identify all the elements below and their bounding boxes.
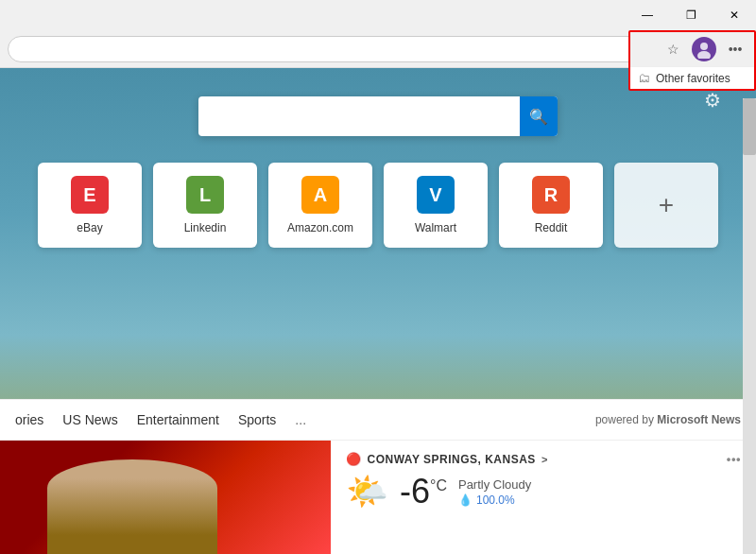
svg-point-1 [697,51,711,59]
quick-link-amazon[interactable]: A Amazon.com [268,163,372,248]
humidity-value: 100.0% [476,493,515,507]
folder-icon: 🗂 [638,71,650,85]
quick-link-linkedin[interactable]: L Linkedin [153,163,257,248]
weather-description: Partly Cloudy 💧 100.0% [458,477,531,507]
news-content-area: 🔴 CONWAY SPRINGS, KANSAS > ••• 🌤️ -6°C P… [0,441,756,554]
user-avatar[interactable] [692,37,716,61]
search-input[interactable] [210,109,520,125]
microsoft-news-label: Microsoft News [657,413,741,426]
maximize-button[interactable]: ❐ [669,0,713,30]
news-tab-us-news[interactable]: US News [62,408,117,431]
search-container: 🔍 [198,96,558,136]
add-quick-link-btn[interactable]: + [614,163,718,248]
weather-warning-icon: 🔴 [346,452,362,466]
news-tab-sports[interactable]: Sports [238,408,276,431]
favorites-highlighted-box: ☆ ••• 🗂 Other favorites [628,30,756,91]
quick-link-reddit[interactable]: R Reddit [499,163,603,248]
minimize-button[interactable]: — [626,0,669,30]
news-photo-figure [47,459,217,554]
weather-condition-text: Partly Cloudy [458,477,531,492]
news-powered-label: powered by Microsoft News [595,413,741,426]
news-article-photo[interactable] [0,441,331,554]
title-bar: — ❐ ✕ [0,0,756,30]
weather-main-info: 🌤️ -6°C Partly Cloudy 💧 100.0% [346,472,741,511]
weather-location-row: 🔴 CONWAY SPRINGS, KANSAS > ••• [346,452,741,466]
weather-location-text: CONWAY SPRINGS, KANSAS [368,453,536,466]
linkedin-label: Linkedin [184,221,227,234]
weather-humidity: 💧 100.0% [458,493,531,507]
news-tabs-bar: ories US News Entertainment Sports ... p… [0,399,756,441]
window-controls: — ❐ ✕ [626,0,756,30]
svg-point-0 [700,43,708,50]
weather-widget: 🔴 CONWAY SPRINGS, KANSAS > ••• 🌤️ -6°C P… [331,441,756,554]
ebay-icon: E [71,176,109,214]
search-button[interactable]: 🔍 [520,96,558,136]
linkedin-icon: L [186,176,224,214]
news-tab-entertainment[interactable]: Entertainment [137,408,219,431]
address-input[interactable] [18,42,674,56]
close-button[interactable]: ✕ [713,0,756,30]
reddit-icon: R [532,176,570,214]
address-bar[interactable] [8,36,684,62]
water-drop-icon: 💧 [458,493,472,507]
scrollbar[interactable] [743,98,756,554]
other-favorites-item[interactable]: 🗂 Other favorites [630,66,754,89]
quick-links: E eBay L Linkedin A Amazon.com V Walmart… [0,163,756,248]
weather-temperature: -6°C [400,472,447,511]
news-more-btn[interactable]: ... [295,412,306,427]
weather-condition-icon: 🌤️ [346,472,388,511]
favorites-top-row: ☆ ••• [630,32,754,66]
favorites-toolbar-btn[interactable]: ☆ [660,36,686,62]
scrollbar-thumb[interactable] [743,98,756,155]
weather-more-btn[interactable]: ••• [727,452,741,466]
weather-location-arrow: > [541,454,548,465]
quick-link-ebay[interactable]: E eBay [38,163,142,248]
other-favorites-label: Other favorites [656,72,730,85]
quick-link-walmart[interactable]: V Walmart [384,163,488,248]
walmart-label: Walmart [415,221,456,234]
ebay-label: eBay [77,221,102,234]
amazon-label: Amazon.com [287,221,353,234]
news-tab-stories[interactable]: ories [15,408,43,431]
main-content: ⚙ 🔍 E eBay L Linkedin A Amazon.com V Wal… [0,68,756,554]
walmart-icon: V [417,176,455,214]
more-options-btn[interactable]: ••• [722,36,748,62]
search-box[interactable]: 🔍 [198,96,558,136]
amazon-icon: A [301,176,339,214]
reddit-label: Reddit [535,221,568,234]
weather-unit: °C [430,477,447,493]
